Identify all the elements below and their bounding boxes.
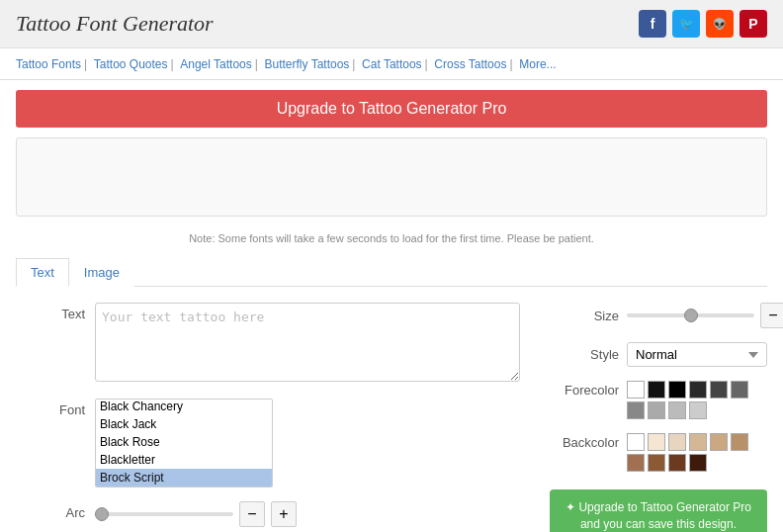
font-list[interactable]: Bilbo Black Chancery Black Jack Black Ro… [95,399,273,488]
backcolor-swatch-8[interactable] [668,454,686,472]
backcolor-swatch-6[interactable] [627,454,645,472]
backcolor-swatch-2[interactable] [668,433,686,451]
font-option[interactable]: Black Chancery [96,399,272,415]
forecolor-swatch-9[interactable] [689,401,707,419]
forecolor-swatch-4[interactable] [710,381,728,399]
forecolor-swatch-1[interactable] [648,381,665,399]
preview-note: Note: Some fonts will take a few seconds… [0,226,783,250]
arc-content: − + [95,501,520,527]
size-content: − + [627,303,783,328]
arc-label: Arc [16,501,85,520]
size-decrease-button[interactable]: − [760,303,783,328]
forecolor-swatch-5[interactable] [731,381,748,399]
facebook-icon[interactable]: f [639,10,666,38]
size-control-row: Size − + [550,303,767,328]
reddit-icon[interactable]: 👽 [706,10,734,38]
backcolor-swatch-9[interactable] [689,454,707,472]
backcolor-swatch-4[interactable] [710,433,728,451]
arc-slider[interactable] [95,512,233,516]
site-title: Tattoo Font Generator [16,11,214,37]
text-input[interactable] [95,303,520,382]
arc-control-row: Arc − + [16,501,520,527]
controls-panel: Text Font Bilbo Black Chancery Black Jac… [0,287,783,532]
nav-bar: Tattoo Fonts| Tattoo Quotes| Angel Tatto… [0,48,783,80]
nav-angel-tattoos[interactable]: Angel Tattoos [180,57,252,71]
backcolor-swatch-5[interactable] [731,433,748,451]
forecolor-swatch-6[interactable] [627,401,645,419]
style-select[interactable]: Normal Bold Italic Bold Italic [627,342,767,367]
upgrade-line1: ✦ Upgrade to Tattoo Generator Pro [562,499,755,516]
text-control-row: Text [16,303,520,385]
nav-cat-tattoos[interactable]: Cat Tattoos [362,57,421,71]
text-input-container [95,303,520,385]
font-list-container: Bilbo Black Chancery Black Jack Black Ro… [95,399,520,488]
backcolor-swatch-7[interactable] [648,454,665,472]
twitter-icon[interactable]: 🐦 [672,10,700,38]
arc-decrease-button[interactable]: − [239,501,265,527]
nav-butterfly-tattoos[interactable]: Butterfly Tattoos [265,57,350,71]
forecolor-control-row: Forecolor [550,381,767,419]
tab-bar: Text Image [16,258,767,287]
backcolor-swatch-3[interactable] [689,433,707,451]
forecolor-swatch-7[interactable] [648,401,665,419]
tab-image[interactable]: Image [69,258,134,287]
backcolor-control-row: Backcolor [550,433,767,472]
right-panel: Size − + Style Normal Bold Italic Bold I… [550,303,767,532]
left-panel: Text Font Bilbo Black Chancery Black Jac… [16,303,520,532]
forecolor-swatches [627,381,767,419]
forecolor-label: Forecolor [550,381,619,398]
font-label: Font [16,399,85,417]
nav-tattoo-fonts[interactable]: Tattoo Fonts [16,57,81,71]
nav-tattoo-quotes[interactable]: Tattoo Quotes [94,57,168,71]
font-option[interactable]: Black Rose [96,433,272,451]
tab-text[interactable]: Text [16,258,69,287]
upgrade-pro-button[interactable]: ✦ Upgrade to Tattoo Generator Pro and yo… [550,489,767,532]
font-option[interactable]: Blackletter [96,451,272,469]
style-content: Normal Bold Italic Bold Italic [627,342,767,367]
size-label: Size [550,309,619,323]
font-control-row: Font Bilbo Black Chancery Black Jack Bla… [16,399,520,488]
forecolor-swatch-white[interactable] [627,381,645,399]
style-label: Style [550,347,619,362]
nav-more[interactable]: More... [519,57,556,71]
forecolor-swatch-3[interactable] [689,381,707,399]
tattoo-preview [16,137,767,217]
font-option[interactable]: Bullpen [96,487,272,488]
pinterest-icon[interactable]: P [740,10,767,38]
text-label: Text [16,303,85,321]
promo-banner[interactable]: Upgrade to Tattoo Generator Pro [16,90,767,128]
social-icons: f 🐦 👽 P [639,10,767,38]
backcolor-swatch-1[interactable] [648,433,665,451]
forecolor-swatch-2[interactable] [668,381,686,399]
arc-increase-button[interactable]: + [271,501,297,527]
nav-cross-tattoos[interactable]: Cross Tattoos [434,57,506,71]
font-option-selected[interactable]: Brock Script [96,469,272,487]
upgrade-line2: and you can save this design. [562,516,755,532]
font-option[interactable]: Black Jack [96,415,272,433]
backcolor-label: Backcolor [550,433,619,450]
style-control-row: Style Normal Bold Italic Bold Italic [550,342,767,367]
forecolor-swatch-8[interactable] [668,401,686,419]
backcolor-swatches [627,433,767,472]
backcolor-swatch-white[interactable] [627,433,645,451]
header: Tattoo Font Generator f 🐦 👽 P [0,0,783,48]
size-slider[interactable] [627,313,754,317]
